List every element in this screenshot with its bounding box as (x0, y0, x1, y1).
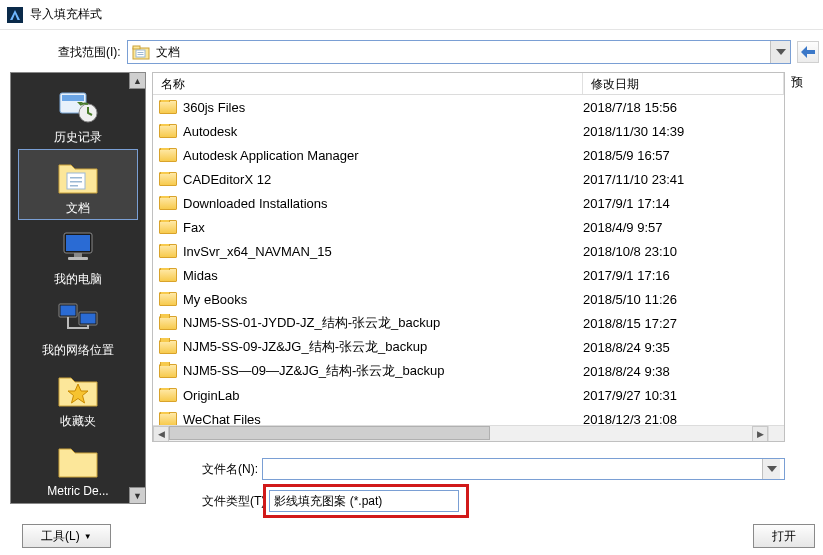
svg-rect-18 (61, 306, 76, 316)
file-name: InvSvr_x64_NAVMAN_15 (183, 244, 332, 259)
folder-icon (159, 244, 177, 258)
file-name: Fax (183, 220, 205, 235)
file-name-cell: NJM5-SS-09-JZ&JG_结构-张云龙_backup (159, 338, 583, 356)
sidebar-item-metric[interactable]: Metric De... (19, 434, 137, 500)
nav-back-button[interactable] (797, 41, 819, 63)
file-name: OriginLab (183, 388, 239, 403)
chevron-down-icon[interactable] (770, 41, 790, 63)
filename-row: 文件名(N): (202, 458, 785, 480)
file-date-cell: 2018/11/30 14:39 (583, 124, 778, 139)
filename-field[interactable] (267, 462, 762, 476)
sidebar-scroll-down[interactable]: ▼ (129, 487, 145, 503)
file-row[interactable]: Downloaded Installations2017/9/1 17:14 (153, 191, 784, 215)
horizontal-scrollbar[interactable]: ◀ ▶ (153, 425, 768, 441)
sidebar-item-history[interactable]: 历史记录 (19, 79, 137, 148)
file-row[interactable]: Autodesk Application Manager2018/5/9 16:… (153, 143, 784, 167)
file-name: NJM5-SS-01-JYDD-JZ_结构-张云龙_backup (183, 314, 440, 332)
column-header-date[interactable]: 修改日期 (583, 73, 784, 94)
file-name-cell: Autodesk (159, 124, 583, 139)
lookin-row: 查找范围(I): 文档 (10, 40, 819, 64)
folder-icon (159, 316, 177, 330)
file-date-cell: 2018/8/24 9:38 (583, 364, 778, 379)
lookin-label: 查找范围(I): (58, 44, 121, 61)
svg-rect-7 (62, 95, 84, 101)
folder-icon (159, 196, 177, 210)
folder-icon (159, 292, 177, 306)
file-date-cell: 2018/5/9 16:57 (583, 148, 778, 163)
file-date-cell: 2017/9/1 17:16 (583, 268, 778, 283)
file-row[interactable]: CADEditorX 122017/11/10 23:41 (153, 167, 784, 191)
chevron-down-icon[interactable] (762, 459, 780, 479)
sidebar-item-favorites[interactable]: 收藏夹 (19, 363, 137, 432)
sidebar-scroll-up[interactable]: ▲ (129, 73, 145, 89)
file-row[interactable]: Autodesk2018/11/30 14:39 (153, 119, 784, 143)
folder-icon (159, 124, 177, 138)
file-name: Downloaded Installations (183, 196, 328, 211)
svg-rect-4 (137, 52, 143, 53)
filetype-select[interactable]: 影线填充图案 (*.pat) (269, 490, 459, 512)
file-date-cell: 2018/8/24 9:35 (583, 340, 778, 355)
lookin-select[interactable]: 文档 (127, 40, 791, 64)
file-date-cell: 2018/7/18 15:56 (583, 100, 778, 115)
folder-icon (132, 44, 150, 60)
sidebar-item-label: 收藏夹 (19, 413, 137, 430)
filetype-value: 影线填充图案 (*.pat) (274, 493, 382, 510)
tools-button[interactable]: 工具(L) ▼ (22, 524, 111, 548)
dialog-title: 导入填充样式 (30, 6, 102, 23)
file-date-cell: 2018/8/15 17:27 (583, 316, 778, 331)
file-date-cell: 2017/9/1 17:14 (583, 196, 778, 211)
file-date-cell: 2018/4/9 9:57 (583, 220, 778, 235)
file-date-cell: 2017/11/10 23:41 (583, 172, 778, 187)
svg-rect-12 (70, 185, 78, 187)
open-button[interactable]: 打开 (753, 524, 815, 548)
svg-rect-11 (70, 181, 82, 183)
file-name-cell: 360js Files (159, 100, 583, 115)
places-sidebar: ▲ 历史记录 (10, 72, 146, 504)
file-name-cell: CADEditorX 12 (159, 172, 583, 187)
file-name: Autodesk Application Manager (183, 148, 359, 163)
file-row[interactable]: NJM5-SS-01-JYDD-JZ_结构-张云龙_backup2018/8/1… (153, 311, 784, 335)
folder-icon (159, 172, 177, 186)
column-header-name[interactable]: 名称 (153, 73, 583, 94)
file-row[interactable]: NJM5-SS-09-JZ&JG_结构-张云龙_backup2018/8/24 … (153, 335, 784, 359)
file-name-cell: Downloaded Installations (159, 196, 583, 211)
file-row[interactable]: Fax2018/4/9 9:57 (153, 215, 784, 239)
svg-rect-20 (81, 314, 96, 324)
scroll-right-icon[interactable]: ▶ (752, 426, 768, 442)
filename-input[interactable] (262, 458, 785, 480)
file-name-cell: Autodesk Application Manager (159, 148, 583, 163)
file-row[interactable]: NJM5-SS—09—JZ&JG_结构-张云龙_backup2018/8/24 … (153, 359, 784, 383)
sidebar-item-computer[interactable]: 我的电脑 (19, 221, 137, 290)
folder-icon (159, 364, 177, 378)
file-name-cell: Midas (159, 268, 583, 283)
file-name: NJM5-SS—09—JZ&JG_结构-张云龙_backup (183, 362, 445, 380)
folder-icon (159, 220, 177, 234)
folder-icon (159, 340, 177, 354)
file-row[interactable]: InvSvr_x64_NAVMAN_152018/10/8 23:10 (153, 239, 784, 263)
file-row[interactable]: 360js Files2018/7/18 15:56 (153, 95, 784, 119)
file-listbox[interactable]: 名称 修改日期 360js Files2018/7/18 15:56Autode… (152, 72, 785, 442)
tools-button-label: 工具(L) (41, 528, 80, 545)
sidebar-item-network[interactable]: 我的网络位置 (19, 292, 137, 361)
history-icon (19, 83, 137, 127)
folder-icon (159, 148, 177, 162)
file-row[interactable]: My eBooks2018/5/10 11:26 (153, 287, 784, 311)
file-name: CADEditorX 12 (183, 172, 271, 187)
app-icon (6, 6, 24, 24)
scroll-corner (768, 425, 784, 441)
file-row[interactable]: Midas2017/9/1 17:16 (153, 263, 784, 287)
caret-down-icon: ▼ (84, 532, 92, 541)
file-panel: 名称 修改日期 360js Files2018/7/18 15:56Autode… (152, 72, 785, 512)
scroll-left-icon[interactable]: ◀ (153, 426, 169, 442)
sidebar-item-documents[interactable]: 文档 (19, 150, 137, 219)
filetype-label: 文件类型(T) (202, 493, 265, 510)
scroll-thumb[interactable] (169, 426, 490, 440)
lookin-value: 文档 (156, 44, 180, 61)
sidebar-item-label: 我的电脑 (19, 271, 137, 288)
file-name-cell: Fax (159, 220, 583, 235)
file-name-cell: InvSvr_x64_NAVMAN_15 (159, 244, 583, 259)
file-row[interactable]: OriginLab2017/9/27 10:31 (153, 383, 784, 407)
sidebar-item-label: 我的网络位置 (19, 342, 137, 359)
documents-icon (19, 154, 137, 198)
sidebar-item-label: 历史记录 (19, 129, 137, 146)
